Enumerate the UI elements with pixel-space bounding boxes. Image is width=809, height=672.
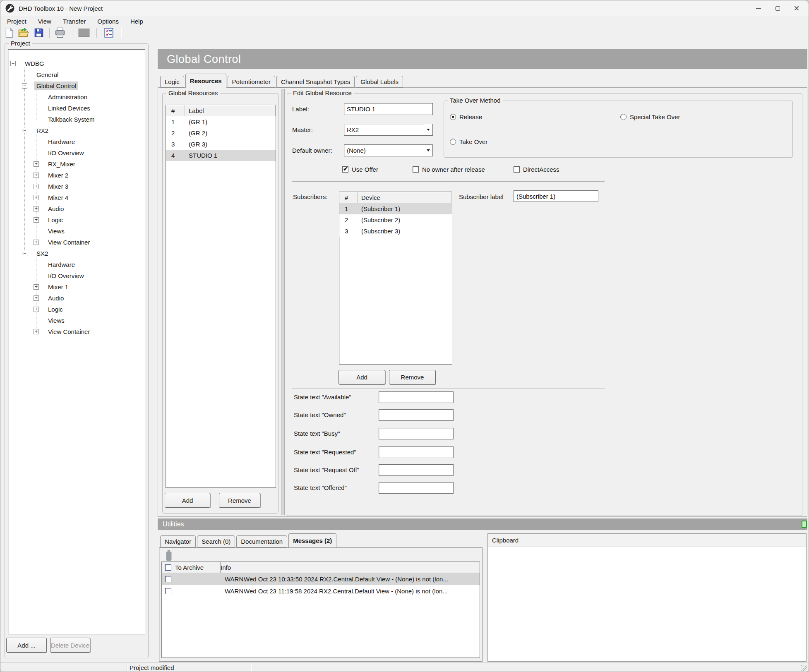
resize-grip[interactable] [801, 665, 807, 671]
resource-row[interactable]: 3(GR 3) [166, 139, 276, 150]
utilities-tab-messages-2[interactable]: Messages (2) [288, 533, 336, 547]
tree-item-general[interactable]: General [8, 69, 145, 80]
subscriber-row[interactable]: 2(Subscriber 2) [339, 214, 452, 226]
add-device-button[interactable]: Add ... [6, 638, 47, 653]
open-folder-icon[interactable] [18, 27, 29, 38]
message-row[interactable]: WARNWed Oct 23 11:19:58 2024 RX2.Central… [162, 585, 480, 597]
tree-item-views[interactable]: Views [8, 226, 145, 237]
tree-item-logic[interactable]: +Logic [8, 304, 145, 315]
tab-logic[interactable]: Logic [160, 76, 184, 88]
chevron-down-icon[interactable] [424, 145, 432, 156]
collapse-icon[interactable]: − [22, 128, 27, 133]
expand-icon[interactable]: + [34, 195, 39, 200]
subscriber-add-button[interactable]: Add [338, 370, 385, 384]
resource-row[interactable]: 4STUDIO 1 [166, 150, 276, 161]
expand-icon[interactable]: + [34, 206, 39, 211]
collapse-icon[interactable]: − [22, 83, 27, 89]
subscriber-row[interactable]: 3(Subscriber 3) [339, 226, 452, 237]
subscribers-list[interactable]: # Device 1(Subscriber 1)2(Subscriber 2)3… [339, 192, 452, 365]
tree-item-hardware[interactable]: Hardware [8, 259, 145, 270]
special-take-over-radio[interactable]: Special Take Over [620, 113, 680, 120]
message-row[interactable]: WARNWed Oct 23 10:33:50 2024 RX2.Central… [162, 573, 480, 585]
menu-transfer[interactable]: Transfer [57, 16, 91, 26]
state-text-input-3[interactable] [379, 428, 454, 439]
tree-item-i-o-overview[interactable]: I/O Overview [8, 147, 145, 158]
project-checklist-icon[interactable] [103, 27, 114, 38]
tree-item-audio[interactable]: +Audio [8, 293, 145, 304]
archive-all-checkbox[interactable] [165, 564, 171, 571]
tree-item-global-control[interactable]: −Global Control [8, 80, 145, 91]
tree-item-administration[interactable]: Administration [8, 91, 145, 103]
placeholder-image-icon[interactable] [78, 28, 90, 38]
master-select[interactable]: RX2 [344, 124, 433, 136]
expand-icon[interactable]: + [34, 184, 39, 189]
default-owner-select[interactable]: (None) [344, 144, 433, 156]
subscriber-row[interactable]: 1(Subscriber 1) [339, 203, 452, 214]
take-over-radio[interactable]: Take Over [450, 138, 487, 145]
chevron-down-icon[interactable] [424, 124, 432, 135]
checkbox-icon[interactable] [413, 166, 419, 173]
tab-resources[interactable]: Resources [185, 74, 226, 88]
menu-view[interactable]: View [32, 16, 57, 26]
label-input[interactable] [344, 103, 433, 115]
panel-toggle-icon[interactable] [802, 521, 807, 528]
project-tree[interactable]: −WDBGGeneral−Global ControlAdministratio… [8, 49, 145, 634]
state-text-input-5[interactable] [379, 464, 454, 476]
message-archive-checkbox[interactable] [165, 588, 171, 594]
tree-item-views[interactable]: Views [8, 315, 145, 326]
radio-icon[interactable] [450, 139, 456, 145]
resource-row[interactable]: 1(GR 1) [166, 116, 276, 127]
tree-item-rx2[interactable]: −RX2 [8, 125, 145, 136]
print-icon[interactable] [54, 27, 66, 38]
direct-access-checkbox[interactable]: DirectAccess [514, 166, 559, 173]
message-archive-checkbox[interactable] [165, 576, 171, 582]
tree-item-mixer-1[interactable]: +Mixer 1 [8, 281, 145, 293]
tree-item-linked-devices[interactable]: Linked Devices [8, 103, 145, 114]
maximize-button[interactable] [768, 0, 787, 16]
collapse-icon[interactable]: − [22, 251, 27, 256]
release-radio[interactable]: Release [450, 113, 482, 120]
radio-icon[interactable] [620, 114, 627, 120]
archive-messages-icon[interactable] [163, 550, 174, 563]
new-document-icon[interactable] [4, 27, 14, 38]
tree-item-view-container[interactable]: +View Container [8, 237, 145, 248]
expand-icon[interactable]: + [34, 217, 39, 223]
state-text-input-2[interactable] [379, 409, 454, 421]
tab-global-labels[interactable]: Global Labels [356, 76, 403, 88]
utilities-tab-navigator[interactable]: Navigator [160, 535, 196, 547]
utilities-tab-documentation[interactable]: Documentation [236, 535, 287, 547]
expand-icon[interactable]: + [34, 295, 39, 301]
resource-remove-button[interactable]: Remove [219, 493, 260, 508]
state-text-input-4[interactable] [379, 446, 454, 458]
menu-help[interactable]: Help [125, 16, 149, 26]
expand-icon[interactable]: + [34, 240, 39, 245]
no-owner-after-release-checkbox[interactable]: No owner after release [413, 166, 485, 173]
tree-item-sx2[interactable]: −SX2 [8, 248, 145, 259]
tree-item-i-o-overview[interactable]: I/O Overview [8, 270, 145, 281]
tree-item-mixer-2[interactable]: +Mixer 2 [8, 170, 145, 181]
save-icon[interactable] [34, 27, 44, 38]
expand-icon[interactable]: + [34, 173, 39, 178]
tree-item-talkback-system[interactable]: Talkback System [8, 114, 145, 125]
resource-row[interactable]: 2(GR 2) [166, 127, 276, 139]
expand-icon[interactable]: + [34, 329, 39, 334]
minimize-button[interactable] [749, 0, 768, 16]
tree-item-view-container[interactable]: +View Container [8, 326, 145, 337]
tree-item-mixer-3[interactable]: +Mixer 3 [8, 181, 145, 192]
tree-item-mixer-4[interactable]: +Mixer 4 [8, 192, 145, 203]
radio-icon[interactable] [450, 114, 456, 120]
expand-icon[interactable]: + [34, 284, 39, 290]
tree-item-rx-mixer[interactable]: +RX_Mixer [8, 158, 145, 170]
utilities-tab-search-0[interactable]: Search (0) [197, 535, 235, 547]
use-offer-checkbox[interactable]: Use Offer [342, 166, 378, 173]
global-resources-list[interactable]: # Label 1(GR 1)2(GR 2)3(GR 3)4STUDIO 1 [166, 105, 276, 488]
messages-table[interactable]: To Archive Info WARNWed Oct 23 10:33:50 … [161, 562, 480, 658]
tree-item-logic[interactable]: +Logic [8, 214, 145, 226]
collapse-icon[interactable]: − [10, 61, 16, 66]
expand-icon[interactable]: + [34, 307, 39, 312]
subscriber-remove-button[interactable]: Remove [389, 370, 436, 384]
menu-project[interactable]: Project [1, 16, 32, 26]
state-text-input-1[interactable] [379, 391, 454, 403]
tree-item-audio[interactable]: +Audio [8, 203, 145, 214]
tab-channel-snapshot-types[interactable]: Channel Snapshot Types [276, 76, 355, 88]
